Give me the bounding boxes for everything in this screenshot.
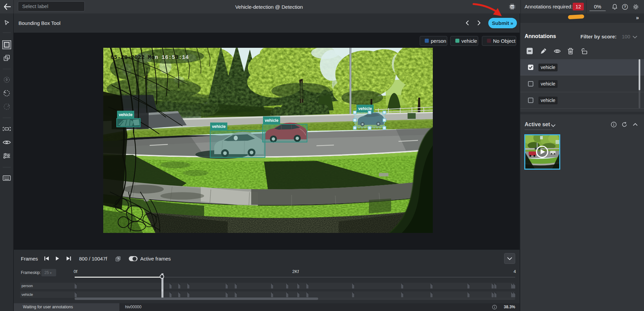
svg-text:05-28-2022 Mon 16:53:14: 05-28-2022 Mon 16:53:14 — [111, 55, 189, 61]
svg-text:vehicle: vehicle — [358, 106, 372, 111]
svg-text:vehicle: vehicle — [119, 112, 132, 117]
svg-text:?: ? — [624, 5, 626, 9]
svg-text:AI: AI — [511, 5, 514, 8]
svg-text:vehicle: vehicle — [212, 124, 226, 129]
svg-text:vehicle: vehicle — [265, 118, 278, 123]
